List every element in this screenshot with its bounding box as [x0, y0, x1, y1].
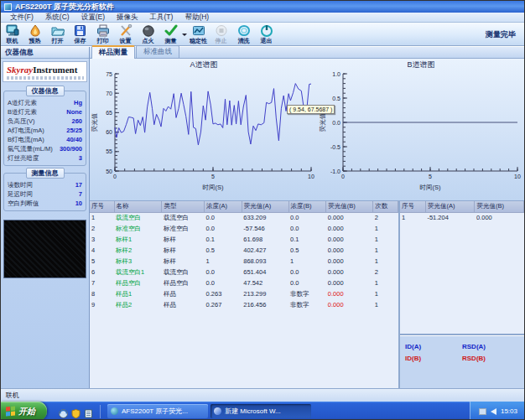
sample-table-row[interactable]: 1载流空白载流空白0.0633.2090.00.0002 [90, 212, 398, 223]
sample-table-row[interactable]: 7样品空白样品空白0.047.5420.00.0001 [90, 277, 398, 288]
table-cell: 载流空白 [162, 212, 205, 223]
connect-icon [6, 24, 19, 38]
toolbar-button-4[interactable]: 打印 [92, 23, 113, 44]
table-cell: 0.000 [326, 267, 373, 277]
column-header[interactable]: 荧光值(A) [425, 201, 475, 212]
sample-table-row[interactable]: 6载流空白1载流空白0.0651.4040.00.0002 [90, 267, 398, 277]
chart-tooltip: ( 9.54, 67.5687 ) [287, 105, 335, 114]
table-cell: 标样 [162, 245, 205, 256]
table-cell: 0.263 [205, 288, 242, 299]
ignite-icon [142, 24, 155, 38]
table-cell: 5 [90, 256, 114, 267]
menu-item-3[interactable]: 摄像头 [111, 13, 144, 23]
display-icon[interactable] [479, 408, 486, 415]
table-cell: 9 [90, 299, 114, 310]
table-cell: 标准空白 [114, 223, 162, 234]
field-label: 灯丝亮暗度 [8, 154, 39, 163]
column-header[interactable]: 荧光值(B) [475, 201, 524, 212]
start-button[interactable]: 开始 [1, 402, 47, 420]
afs-app-icon [111, 407, 118, 415]
column-header[interactable]: 次数 [373, 201, 398, 212]
security-icon[interactable] [71, 407, 81, 416]
toolbar-button-label: 保存 [75, 38, 86, 44]
statistics-panel: ID(A)RSD(A)ID(B)RSD(B) [400, 335, 524, 388]
tab-standard-curve[interactable]: 标准曲线 [136, 45, 179, 58]
sample-table-row[interactable]: 3标样1标样0.161.6980.10.0001 [90, 234, 398, 245]
toolbar-button-label: 点火 [143, 38, 154, 44]
menu-item-2[interactable]: 设置(E) [75, 13, 111, 23]
instrument-info-sidebar: 仪器信息 SkyrayInstrument 仪器信息 A道灯元素HgB道灯元素N… [1, 47, 90, 388]
toolbar-button-label: 联机 [7, 38, 18, 44]
svg-text:-1.0: -1.0 [330, 169, 340, 174]
table-cell: 0.000 [326, 277, 373, 288]
menu-item-0[interactable]: 文件(F) [4, 13, 39, 23]
toolbar-button-5[interactable]: 设置 [115, 23, 136, 44]
toolbar-button-label: 打印 [97, 38, 109, 44]
print-icon [96, 24, 110, 38]
toolbar-button-11[interactable]: 退出 [256, 23, 277, 44]
toolbar-button-3[interactable]: 保存 [70, 23, 91, 44]
right-column: 序号荧光值(A)荧光值(B) 1-51.2040.000 ID(A)RSD(A)… [400, 201, 524, 388]
toolbar-button-1[interactable]: 预热 [24, 23, 45, 44]
table-cell: 0.000 [326, 223, 373, 234]
tab-strip: 样品测量 标准曲线 [90, 47, 524, 59]
field-value: Hg [74, 99, 82, 106]
column-header[interactable]: 荧光值(B) [326, 201, 373, 212]
column-header[interactable]: 类型 [162, 201, 205, 212]
instrument-field-row-6: 灯丝亮暗度3 [8, 153, 82, 163]
table-cell: 0.0 [205, 277, 242, 288]
measure-dropdown-arrow-icon[interactable] [182, 23, 187, 45]
taskbar-window-label: 新建 Microsoft W... [225, 407, 281, 416]
field-value: 17 [75, 181, 82, 189]
sample-table-row[interactable]: 8样品1样品0.263213.299非数字0.0001 [90, 288, 398, 299]
toolbar-button-6[interactable]: 点火 [138, 23, 159, 44]
column-header[interactable]: 名称 [114, 201, 162, 212]
table-cell: 0.000 [326, 288, 373, 299]
measure-field-row-2: 空白判断值10 [8, 199, 82, 208]
column-header[interactable]: 浓度(B) [288, 201, 326, 212]
table-cell: 1 [288, 256, 326, 267]
field-value: 40/40 [66, 136, 82, 143]
measure-icon [164, 24, 178, 38]
sample-table-row[interactable]: 5标样3标样1868.09310.0001 [90, 256, 398, 267]
toolbar-button-7[interactable]: 测量 [160, 23, 181, 44]
table-cell: 载流空白 [162, 267, 205, 277]
table-cell: 7 [90, 277, 114, 288]
instrument-parameters-group: 仪器信息 A道灯元素HgB道灯元素None负高压(V)260A灯电流(mA)25… [3, 91, 86, 166]
taskbar-window-0[interactable]: AFS2200T 原子荧光... [107, 404, 208, 418]
menu-item-4[interactable]: 工具(T) [144, 13, 179, 23]
column-header[interactable]: 浓度(A) [205, 201, 242, 212]
column-header[interactable]: 序号 [90, 201, 114, 212]
menu-item-1[interactable]: 系统(C) [39, 13, 75, 23]
menu-item-5[interactable]: 帮助(H) [179, 13, 215, 23]
toolbar-button-0[interactable]: 联机 [2, 23, 23, 44]
column-header[interactable]: 序号 [400, 201, 425, 212]
reading-table-row[interactable]: 1-51.2040.000 [400, 212, 524, 223]
word-doc-icon [214, 407, 221, 415]
table-cell: 0.000 [326, 299, 373, 310]
sample-table-row[interactable]: 2标准空白标准空白0.0-57.5460.00.0001 [90, 223, 398, 234]
stat-label-idb: ID(B) [405, 355, 462, 366]
browser-icon[interactable] [59, 407, 68, 416]
stat-label-rsdb: RSD(B) [462, 355, 519, 366]
table-cell: 4 [90, 245, 114, 256]
toolbar-button-10[interactable]: 清洗 [233, 23, 254, 44]
volume-icon[interactable] [491, 408, 496, 415]
toolbar-button-2[interactable]: 打开 [47, 23, 68, 44]
save-icon [74, 24, 87, 38]
table-cell: 633.209 [242, 212, 288, 223]
field-label: B道灯元素 [8, 108, 37, 117]
column-header[interactable]: 荧光值(A) [242, 201, 288, 212]
table-cell: 0.000 [326, 234, 373, 245]
documents-icon[interactable] [84, 407, 93, 416]
sample-table-row[interactable]: 4标样2标样0.5402.4270.50.0001 [90, 245, 398, 256]
system-tray: 15:03 [470, 402, 524, 420]
table-cell: 868.093 [242, 256, 288, 267]
field-value: 260 [71, 117, 82, 125]
svg-text:时间(S): 时间(S) [203, 184, 225, 191]
toolbar-button-8[interactable]: 稳定性 [188, 23, 209, 44]
table-cell: 2 [90, 223, 114, 234]
sample-table-row[interactable]: 9样品2样品0.267216.456非数字0.0001 [90, 299, 398, 310]
taskbar-window-1[interactable]: 新建 Microsoft W... [211, 404, 311, 418]
tab-sample-measure[interactable]: 样品测量 [91, 45, 135, 59]
